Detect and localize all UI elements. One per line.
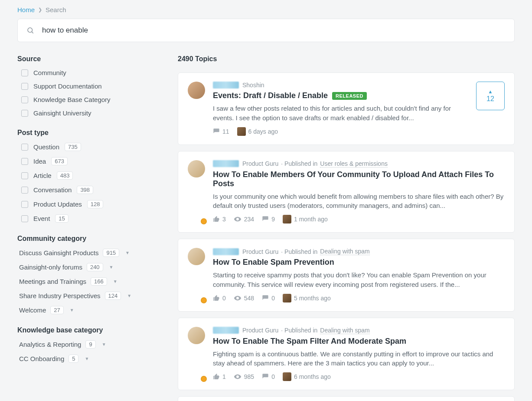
published-category-link[interactable]: User roles & permissions: [320, 160, 388, 168]
caret-down-icon: ▼: [127, 293, 131, 298]
cat-item[interactable]: CC Onboarding5▼: [17, 355, 160, 363]
avatar[interactable]: [188, 160, 206, 224]
count-badge: 128: [87, 200, 104, 208]
author-role: Product Guru: [242, 160, 278, 167]
count-badge: 240: [87, 263, 103, 271]
mini-avatar: [237, 127, 246, 136]
svg-point-0: [28, 28, 33, 33]
breadcrumb-current: Search: [46, 6, 66, 13]
filter-item-idea[interactable]: Idea673: [17, 157, 160, 165]
filter-item-community[interactable]: Community: [17, 69, 160, 76]
checkbox[interactable]: [21, 69, 28, 76]
topic-stats: 3 234 9 1 month ago: [213, 215, 505, 224]
search-icon: [26, 26, 34, 34]
topic-title[interactable]: Events: Draft / Disable / Enable RELEASE…: [213, 91, 469, 100]
topic-excerpt: Is your community one which would benefi…: [213, 192, 505, 211]
checkbox[interactable]: [21, 96, 28, 103]
breadcrumb: Home ❯ Search: [17, 6, 515, 13]
mini-avatar: [283, 294, 291, 302]
topic-title[interactable]: How To Enable The Spam Filter And Modera…: [213, 337, 505, 346]
count-badge: 124: [105, 292, 121, 300]
last-activity[interactable]: 5 months ago: [283, 294, 331, 302]
filter-title: Post type: [17, 129, 160, 137]
chevron-right-icon: ❯: [38, 7, 42, 13]
published-category-link[interactable]: Dealing with spam: [320, 327, 369, 334]
cat-item[interactable]: Welcome27▼: [17, 306, 160, 314]
caret-down-icon: ▼: [113, 279, 117, 284]
filter-item-gainsight-u[interactable]: Gainsight University: [17, 109, 160, 117]
last-activity[interactable]: 1 month ago: [283, 215, 328, 224]
caret-down-icon: ▼: [85, 356, 89, 361]
topic-title[interactable]: How To Enable Members Of Your Community …: [213, 170, 505, 188]
cat-item[interactable]: Meetings and Trainings166▼: [17, 277, 160, 286]
mini-avatar: [283, 215, 291, 224]
likes-stat[interactable]: 1: [213, 373, 226, 380]
filter-item-question[interactable]: Question735: [17, 143, 160, 151]
last-activity[interactable]: 6 months ago: [283, 372, 331, 381]
upvote-icon: ▲: [488, 89, 493, 94]
views-stat: 234: [234, 215, 254, 223]
search-input[interactable]: [42, 26, 506, 35]
result-card[interactable]: Product Guru · Published in Dealing with…: [178, 239, 515, 312]
cat-item[interactable]: Share Industry Perspectives124▼: [17, 292, 160, 300]
author-role: Product Guru: [242, 327, 278, 334]
filter-title: Knowledge base category: [17, 326, 160, 334]
avatar[interactable]: [188, 82, 206, 136]
checkbox[interactable]: [21, 172, 28, 179]
result-card[interactable]: Product Guru · Published in Dealing with…: [178, 318, 515, 391]
result-card[interactable]: Product Guru · Published in User roles &…: [178, 151, 515, 233]
likes-stat[interactable]: 3: [213, 216, 226, 223]
checkbox[interactable]: [21, 215, 28, 222]
vote-box[interactable]: ▲ 12: [476, 82, 505, 110]
checkbox[interactable]: [21, 187, 28, 194]
views-stat: 548: [234, 294, 254, 302]
filter-group-kb-category: Knowledge base category Analytics & Repo…: [17, 326, 160, 363]
cat-item[interactable]: Gainsight-only forums240▼: [17, 263, 160, 271]
caret-down-icon: ▼: [125, 250, 130, 255]
filter-item-kb-category[interactable]: Knowledge Base Category: [17, 96, 160, 103]
filter-item-article[interactable]: Article483: [17, 171, 160, 180]
checkbox[interactable]: [21, 83, 28, 90]
filter-item-product-updates[interactable]: Product Updates128: [17, 200, 160, 208]
count-badge: 915: [103, 249, 119, 257]
filter-item-support-doc[interactable]: Support Documentation: [17, 82, 160, 90]
checkbox[interactable]: [21, 144, 28, 151]
comments-stat[interactable]: 9: [262, 216, 275, 223]
avatar[interactable]: [188, 327, 206, 381]
search-box[interactable]: [17, 19, 515, 42]
published-category-link[interactable]: Dealing with spam: [320, 248, 369, 255]
avatar[interactable]: [188, 248, 206, 302]
comments-stat[interactable]: 11: [213, 128, 229, 135]
author-name-redacted: [213, 160, 239, 167]
filters-sidebar: Source Community Support Documentation K…: [17, 55, 160, 401]
topic-excerpt: Starting to receive spammy posts that yo…: [213, 270, 505, 289]
rank-badge-icon: [200, 296, 208, 304]
author-role: Shoshin: [242, 82, 264, 89]
breadcrumb-home[interactable]: Home: [17, 6, 35, 13]
topic-stats: 1 985 0 6 months ago: [213, 372, 505, 381]
checkbox[interactable]: [21, 158, 28, 165]
checkbox[interactable]: [21, 201, 28, 208]
count-badge: 483: [57, 171, 73, 180]
comments-stat[interactable]: 0: [262, 373, 275, 380]
cat-item[interactable]: Discuss Gainsight Products915▼: [17, 249, 160, 257]
views-stat: 985: [234, 373, 254, 381]
filter-item-event[interactable]: Event15: [17, 214, 160, 223]
filter-title: Community category: [17, 235, 160, 243]
results-panel: 2490 Topics Shoshin Events: Draft / Disa…: [178, 55, 515, 401]
checkbox[interactable]: [21, 110, 28, 117]
result-card[interactable]: Shoshin · Published in Customer Success …: [178, 396, 515, 401]
topic-title[interactable]: How To Enable Spam Prevention: [213, 258, 505, 267]
cat-item[interactable]: Analytics & Reporting9▼: [17, 340, 160, 348]
rank-badge-icon: [200, 375, 208, 383]
author-name-redacted: [213, 327, 239, 334]
filter-group-source: Source Community Support Documentation K…: [17, 55, 160, 117]
result-card[interactable]: Shoshin Events: Draft / Disable / Enable…: [178, 72, 515, 145]
comments-stat[interactable]: 0: [262, 295, 275, 302]
count-badge: 5: [69, 355, 78, 363]
last-activity[interactable]: 6 days ago: [237, 127, 278, 136]
filter-item-conversation[interactable]: Conversation398: [17, 186, 160, 194]
published-label: · Published in: [281, 248, 317, 255]
topic-stats: 0 548 0 5 months ago: [213, 294, 505, 302]
likes-stat[interactable]: 0: [213, 295, 226, 302]
